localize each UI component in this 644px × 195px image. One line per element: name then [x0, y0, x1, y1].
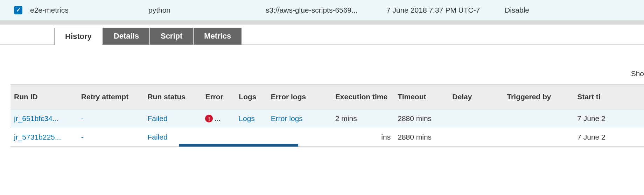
th-start-time[interactable]: Start ti	[574, 85, 644, 109]
delay-cell	[449, 128, 503, 147]
job-row-selected[interactable]: ✓ e2e-metrics python s3://aws-glue-scrip…	[0, 0, 644, 20]
tabs-row: History Details Script Metrics	[0, 25, 644, 45]
check-icon: ✓	[16, 7, 21, 13]
triggered-by-cell	[503, 128, 574, 147]
history-table: Run ID Retry attempt Run status Error Lo…	[10, 84, 644, 147]
triggered-by-cell	[503, 109, 574, 128]
th-status[interactable]: Run status	[144, 85, 202, 109]
status-cell: Failed	[144, 109, 202, 128]
exec-time-cell: 2 mins	[332, 109, 394, 128]
job-modified-time: 7 June 2018 7:37 PM UTC-7	[386, 6, 505, 14]
timeout-cell: 2880 mins	[394, 109, 449, 128]
run-id-link[interactable]: jr_651bfc34...	[10, 109, 78, 128]
timeout-cell: 2880 mins	[394, 128, 449, 147]
show-filter: Sho	[0, 45, 644, 84]
error-tooltip: Command failed with exit code 1	[179, 144, 298, 147]
table-row[interactable]: jr_651bfc34... - Failed ! ... Logs Error…	[10, 109, 644, 128]
th-timeout[interactable]: Timeout	[394, 85, 449, 109]
error-ellipsis: ...	[214, 114, 220, 123]
start-time-cell: 7 June 2	[574, 128, 644, 147]
job-name: e2e-metrics	[30, 6, 148, 14]
exec-time-cell: ins	[332, 128, 394, 147]
start-time-cell: 7 June 2	[574, 109, 644, 128]
tab-metrics[interactable]: Metrics	[194, 28, 241, 45]
th-retry[interactable]: Retry attempt	[78, 85, 144, 109]
job-s3-location: s3://aws-glue-scripts-6569...	[266, 6, 386, 14]
history-table-wrap: Run ID Retry attempt Run status Error Lo…	[0, 84, 644, 147]
error-cell[interactable]: ! ...	[202, 109, 235, 128]
job-type: python	[148, 6, 266, 14]
run-id-link[interactable]: jr_5731b225...	[10, 128, 78, 147]
table-row[interactable]: jr_5731b225... - Failed ins 2880 mins 7 …	[10, 128, 644, 147]
divider	[0, 20, 644, 25]
delay-cell	[449, 109, 503, 128]
tab-history[interactable]: History	[54, 28, 103, 45]
retry-cell: -	[78, 128, 144, 147]
tab-script[interactable]: Script	[150, 28, 193, 45]
error-icon: !	[205, 115, 213, 122]
th-delay[interactable]: Delay	[449, 85, 503, 109]
job-checkbox[interactable]: ✓	[14, 6, 22, 14]
retry-cell: -	[78, 109, 144, 128]
error-logs-link[interactable]: Error logs	[267, 109, 332, 128]
th-run-id[interactable]: Run ID	[10, 85, 78, 109]
tab-details[interactable]: Details	[103, 28, 149, 45]
th-logs[interactable]: Logs	[235, 85, 267, 109]
th-error[interactable]: Error	[202, 85, 235, 109]
th-error-logs[interactable]: Error logs	[267, 85, 332, 109]
job-state: Disable	[505, 6, 561, 14]
th-exec-time[interactable]: Execution time	[332, 85, 394, 109]
th-triggered-by[interactable]: Triggered by	[503, 85, 574, 109]
table-header-row: Run ID Retry attempt Run status Error Lo…	[10, 85, 644, 109]
logs-link[interactable]: Logs	[235, 109, 267, 128]
